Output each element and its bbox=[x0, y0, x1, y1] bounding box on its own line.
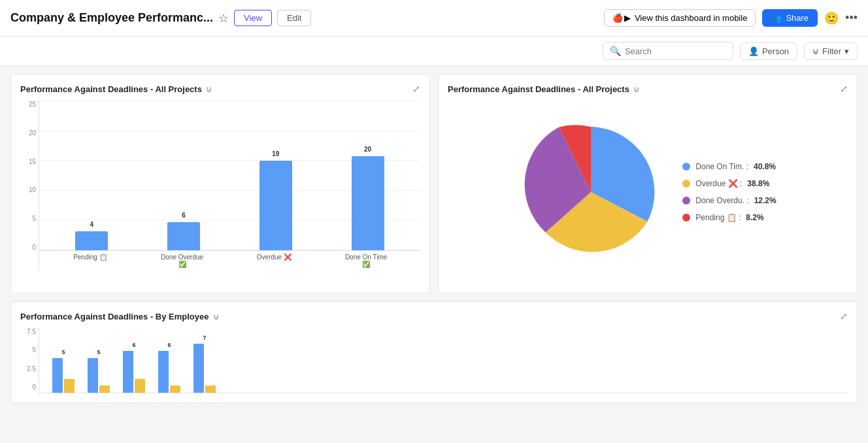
pie-legend: Done On Tim. : 40.8% Overdue ❌ : 38.8% D… bbox=[682, 162, 776, 222]
y-label-25: 25 bbox=[20, 101, 36, 108]
legend-done-on-time: Done On Tim. : 40.8% bbox=[682, 162, 776, 171]
bottom-group-2-label: 5 bbox=[97, 349, 100, 355]
play-icon: ▶ bbox=[624, 13, 631, 23]
page-title: Company & Employee Performanc... bbox=[10, 11, 213, 25]
filter-icon: ⊍ bbox=[812, 46, 819, 56]
y-axis: 0 5 10 15 20 25 bbox=[20, 101, 39, 271]
y-label-0: 0 bbox=[20, 244, 36, 251]
pie-chart: Done On Tim. : 40.8% Overdue ❌ : 38.8% D… bbox=[448, 101, 848, 284]
bar-group-done-on-time: 20 bbox=[352, 156, 384, 250]
bars-container: 4 6 bbox=[39, 101, 420, 271]
view-button[interactable]: View bbox=[234, 10, 272, 26]
bottom-group-4: 6 bbox=[158, 351, 180, 393]
bar-chart-header: Performance Against Deadlines - All Proj… bbox=[20, 84, 420, 94]
header: Company & Employee Performanc... ☆ View … bbox=[0, 0, 868, 37]
person-label: Person bbox=[762, 46, 789, 56]
bottom-y-5: 5 bbox=[20, 346, 36, 353]
pie-chart-title-row: Performance Against Deadlines - All Proj… bbox=[448, 84, 640, 94]
bottom-chart-title-row: Performance Against Deadlines - By Emplo… bbox=[20, 312, 220, 321]
x-label-overdue: Overdue ❌ bbox=[254, 254, 293, 271]
bar-chart-card: Performance Against Deadlines - All Proj… bbox=[10, 74, 430, 293]
apple-icon: 🍎 bbox=[612, 13, 623, 23]
header-left: Company & Employee Performanc... ☆ View … bbox=[10, 10, 311, 26]
mobile-label: View this dashboard in mobile bbox=[635, 13, 747, 23]
share-button[interactable]: 👥 Share bbox=[762, 9, 818, 27]
bottom-bar-4-yellow bbox=[170, 386, 180, 393]
bars-plot-area: 4 6 bbox=[39, 101, 420, 251]
pie-chart-filter-icon[interactable]: ⊍ bbox=[633, 84, 640, 94]
bottom-group-5-label: 7 bbox=[203, 335, 206, 341]
bar-done-on-time-wrapper: 20 bbox=[352, 156, 384, 250]
bottom-bar-3-blue bbox=[123, 351, 133, 393]
toolbar: 🔍 👤 Person ⊍ Filter ▾ bbox=[0, 37, 868, 66]
share-icon: 👥 bbox=[771, 13, 782, 23]
bottom-chart-expand-icon[interactable]: ⤢ bbox=[840, 311, 848, 321]
share-label: Share bbox=[786, 13, 809, 23]
edit-button[interactable]: Edit bbox=[277, 10, 311, 26]
legend-pct-done-on-time: 40.8% bbox=[754, 162, 776, 171]
bar-overdue bbox=[259, 161, 292, 250]
bottom-group-5: 7 bbox=[193, 344, 216, 393]
bottom-bar-1-yellow bbox=[64, 379, 75, 393]
bottom-bar-4-blue bbox=[158, 351, 169, 393]
smile-button[interactable]: 🙂 bbox=[824, 11, 839, 25]
bar-group-done-overdue: 6 bbox=[167, 222, 200, 250]
mobile-button[interactable]: 🍎 ▶ View this dashboard in mobile bbox=[604, 9, 756, 27]
bar-chart: 0 5 10 15 20 25 bbox=[20, 101, 420, 284]
bar-done-overdue bbox=[167, 222, 200, 250]
bottom-bar-3-yellow bbox=[135, 379, 145, 393]
search-input[interactable] bbox=[625, 46, 726, 56]
bottom-group-3-label: 6 bbox=[132, 342, 135, 348]
bottom-y-0: 0 bbox=[20, 384, 36, 391]
filter-label: Filter bbox=[822, 46, 841, 56]
bar-pending-wrapper: 4 bbox=[75, 231, 108, 250]
legend-dot-purple bbox=[682, 197, 690, 205]
legend-pct-overdue: 38.8% bbox=[747, 179, 769, 188]
bar-chart-title-row: Performance Against Deadlines - All Proj… bbox=[20, 84, 212, 94]
bar-done-overdue-wrapper: 6 bbox=[167, 222, 200, 250]
pie-chart-header: Performance Against Deadlines - All Proj… bbox=[448, 84, 848, 94]
bottom-chart-filter-icon[interactable]: ⊍ bbox=[213, 312, 220, 321]
legend-text-pending: Pending 📋 : bbox=[695, 213, 741, 222]
header-right: 🍎 ▶ View this dashboard in mobile 👥 Shar… bbox=[604, 9, 858, 27]
x-label-done-overdue: Done Overdue ✅ bbox=[159, 254, 205, 271]
pie-svg bbox=[519, 120, 663, 264]
more-button[interactable]: ••• bbox=[845, 11, 858, 25]
bottom-chart-area: 0 2.5 5 7.5 5 5 bbox=[20, 328, 848, 393]
y-label-15: 15 bbox=[20, 158, 36, 165]
bar-value-pending: 4 bbox=[90, 221, 94, 228]
main-content: Performance Against Deadlines - All Proj… bbox=[0, 66, 868, 411]
person-filter-button[interactable]: 👤 Person bbox=[740, 42, 797, 60]
chevron-down-icon: ▾ bbox=[844, 46, 849, 56]
legend-pct-pending: 8.2% bbox=[746, 213, 763, 222]
search-icon: 🔍 bbox=[610, 46, 621, 56]
bar-chart-expand-icon[interactable]: ⤢ bbox=[412, 84, 420, 94]
bar-overdue-wrapper: 19 bbox=[259, 161, 292, 250]
bar-group-overdue: 19 bbox=[259, 161, 292, 250]
bottom-chart-header: Performance Against Deadlines - By Emplo… bbox=[20, 311, 848, 321]
legend-overdue: Overdue ❌ : 38.8% bbox=[682, 179, 776, 188]
bottom-bar-2-blue bbox=[88, 358, 98, 393]
bar-chart-title: Performance Against Deadlines - All Proj… bbox=[20, 84, 202, 94]
x-label-pending: Pending 📋 bbox=[71, 254, 110, 271]
bottom-chart-card: Performance Against Deadlines - By Emplo… bbox=[10, 301, 858, 403]
pie-chart-expand-icon[interactable]: ⤢ bbox=[840, 84, 848, 94]
favorite-button[interactable]: ☆ bbox=[218, 11, 229, 25]
search-box: 🔍 bbox=[603, 42, 733, 60]
bottom-group-1: 5 bbox=[52, 358, 75, 393]
y-label-10: 10 bbox=[20, 186, 36, 193]
bottom-y-25: 2.5 bbox=[20, 365, 36, 372]
bottom-group-1-label: 5 bbox=[61, 349, 65, 355]
bottom-y-axis: 0 2.5 5 7.5 bbox=[20, 328, 39, 393]
legend-dot-blue bbox=[682, 163, 690, 171]
bottom-bar-5-blue bbox=[193, 344, 204, 393]
bar-value-done-overdue: 6 bbox=[182, 212, 186, 219]
legend-pct-done-overdue: 12.2% bbox=[754, 196, 776, 205]
bar-chart-filter-icon[interactable]: ⊍ bbox=[206, 84, 212, 94]
legend-dot-yellow bbox=[682, 180, 690, 188]
filter-button[interactable]: ⊍ Filter ▾ bbox=[804, 42, 858, 60]
legend-text-overdue: Overdue ❌ : bbox=[695, 179, 742, 188]
bottom-bar-1-blue bbox=[52, 358, 63, 393]
bottom-bars-area: 5 5 6 6 bbox=[39, 328, 848, 393]
x-labels: Pending 📋 Done Overdue ✅ Overdue ❌ Done … bbox=[39, 251, 420, 271]
